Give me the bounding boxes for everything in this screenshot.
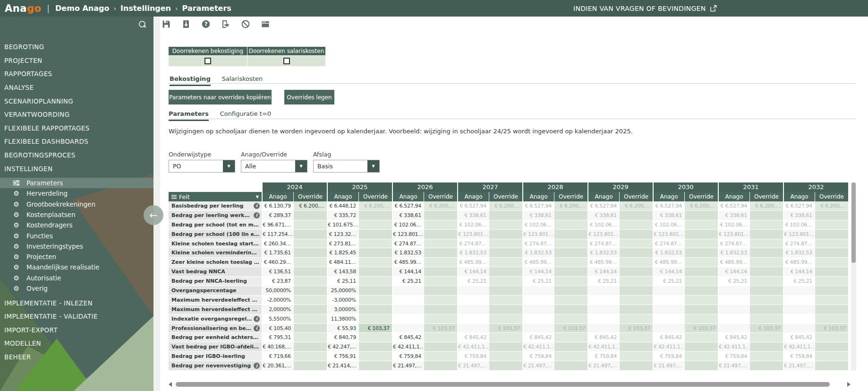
help-feedback-link[interactable]: INDIEN VAN VRAGEN OF BEVINDINGEN bbox=[573, 0, 717, 17]
cell-anago-2029[interactable] bbox=[587, 286, 619, 295]
cell-anago-2025[interactable]: € 42.247,… bbox=[327, 342, 358, 352]
cell-override-2027[interactable] bbox=[489, 211, 522, 220]
cell-anago-2030[interactable]: € 845,42 bbox=[653, 333, 684, 342]
sidebar-item-instellingen[interactable]: INSTELLINGEN bbox=[0, 162, 153, 175]
horizontal-scrollbar-track[interactable] bbox=[175, 382, 844, 387]
sidebar-item-import-export[interactable]: IMPORT-EXPORT bbox=[0, 323, 153, 337]
cell-anago-2029[interactable] bbox=[587, 314, 619, 324]
cell-override-2026[interactable] bbox=[424, 333, 457, 342]
cell-anago-2032[interactable] bbox=[783, 314, 815, 324]
cell-override-2024[interactable] bbox=[293, 333, 327, 342]
cell-override-2029[interactable]: € 6.200,… bbox=[619, 201, 653, 211]
cell-override-2025[interactable] bbox=[358, 267, 392, 277]
cell-anago-2029[interactable]: € 42.411,1… bbox=[587, 342, 619, 352]
cell-anago-2024[interactable]: 2,0000% bbox=[262, 305, 293, 314]
cell-override-2031[interactable] bbox=[749, 258, 783, 267]
cell-override-2027[interactable]: € 6.200,… bbox=[489, 201, 522, 211]
cell-anago-2028[interactable]: € 123.801… bbox=[522, 230, 554, 239]
cell-override-2024[interactable] bbox=[293, 220, 327, 230]
doorrekenen-salariskosten-checkbox[interactable] bbox=[283, 58, 290, 64]
cell-anago-2025[interactable]: € 273.81… bbox=[327, 239, 358, 249]
cell-anago-2024[interactable]: 50,0000% bbox=[262, 286, 293, 295]
cell-anago-2024[interactable]: € 289,37 bbox=[262, 211, 293, 220]
chevron-down-icon[interactable]: ▼ bbox=[295, 160, 307, 172]
chevron-down-icon[interactable]: ▼ bbox=[367, 160, 379, 172]
cell-override-2025[interactable] bbox=[358, 230, 392, 239]
cell-override-2024[interactable] bbox=[293, 361, 327, 371]
cell-override-2026[interactable]: € 6.200,… bbox=[424, 201, 457, 211]
cell-override-2031[interactable] bbox=[749, 277, 783, 286]
sidebar-item-analyse[interactable]: ANALYSE bbox=[0, 81, 153, 95]
cell-anago-2028[interactable] bbox=[522, 295, 554, 305]
cell-override-2032[interactable] bbox=[815, 239, 848, 249]
cell-anago-2031[interactable] bbox=[718, 305, 749, 314]
cell-anago-2030[interactable]: € 759,84 bbox=[653, 352, 684, 361]
cell-override-2027[interactable] bbox=[489, 295, 522, 305]
cell-anago-2030[interactable] bbox=[653, 324, 684, 333]
chevron-down-icon[interactable]: ▼ bbox=[223, 160, 235, 172]
cell-override-2029[interactable] bbox=[619, 295, 653, 305]
cell-override-2028[interactable]: € 103,37 bbox=[554, 324, 587, 333]
cell-override-2031[interactable] bbox=[749, 352, 783, 361]
cell-anago-2032[interactable]: € 42.411,1… bbox=[783, 342, 815, 352]
export-icon[interactable] bbox=[221, 19, 230, 29]
cell-override-2026[interactable] bbox=[424, 239, 457, 249]
cell-override-2031[interactable]: € 6.200,… bbox=[749, 201, 783, 211]
cell-override-2032[interactable]: € 6.200,… bbox=[815, 201, 848, 211]
cell-anago-2030[interactable]: € 6.527,94 bbox=[653, 201, 684, 211]
cell-anago-2027[interactable] bbox=[457, 324, 489, 333]
cell-override-2024[interactable] bbox=[293, 211, 327, 220]
cell-anago-2026[interactable]: € 845,42 bbox=[392, 333, 424, 342]
cell-override-2032[interactable] bbox=[815, 361, 848, 371]
cell-override-2026[interactable] bbox=[424, 361, 457, 371]
cell-anago-2029[interactable]: € 759,84 bbox=[587, 352, 619, 361]
sidebar-item-implementatie-inlezen[interactable]: IMPLEMENTATIE - INLEZEN bbox=[0, 296, 153, 310]
cell-override-2027[interactable] bbox=[489, 239, 522, 249]
cell-anago-2027[interactable] bbox=[457, 305, 489, 314]
cell-anago-2030[interactable]: € 42.411,1… bbox=[653, 342, 684, 352]
cell-override-2027[interactable] bbox=[489, 267, 522, 277]
cell-override-2026[interactable]: € 103,37 bbox=[424, 324, 457, 333]
cell-anago-2024[interactable]: € 117.254… bbox=[262, 230, 293, 239]
cell-anago-2024[interactable]: € 136,51 bbox=[262, 267, 293, 277]
cell-override-2029[interactable] bbox=[619, 286, 653, 295]
cell-override-2028[interactable]: € 6.200,… bbox=[554, 201, 587, 211]
cell-override-2025[interactable] bbox=[358, 314, 392, 324]
cell-override-2030[interactable] bbox=[684, 295, 718, 305]
sidebar-item-verantwoording[interactable]: VERANTWOORDING bbox=[0, 108, 153, 122]
cell-anago-2028[interactable]: € 485.99… bbox=[522, 258, 554, 267]
sidebar-item-scenarioplanning[interactable]: SCENARIOPLANNING bbox=[0, 94, 153, 108]
cell-anago-2025[interactable]: € 484.11… bbox=[327, 258, 358, 267]
cell-override-2029[interactable] bbox=[619, 352, 653, 361]
cell-override-2031[interactable] bbox=[749, 267, 783, 277]
cell-override-2026[interactable] bbox=[424, 230, 457, 239]
cell-anago-2024[interactable]: -2,0000% bbox=[262, 295, 293, 305]
sidebar-item-begroting[interactable]: BEGROTING bbox=[0, 40, 153, 54]
cell-anago-2025[interactable]: € 143,58 bbox=[327, 267, 358, 277]
param-row-label[interactable]: Kleine scholen verminderingsbe… bbox=[169, 248, 262, 258]
cell-anago-2026[interactable]: € 42.411,1… bbox=[392, 342, 424, 352]
cell-override-2030[interactable] bbox=[684, 220, 718, 230]
cell-override-2024[interactable] bbox=[293, 295, 327, 305]
cell-anago-2027[interactable]: € 759,84 bbox=[457, 352, 489, 361]
cell-anago-2026[interactable]: € 102.06… bbox=[392, 220, 424, 230]
cell-override-2032[interactable] bbox=[815, 220, 848, 230]
cell-override-2024[interactable] bbox=[293, 267, 327, 277]
cell-anago-2030[interactable]: € 144,14 bbox=[653, 267, 684, 277]
cell-override-2031[interactable] bbox=[749, 333, 783, 342]
cell-override-2026[interactable] bbox=[424, 342, 457, 352]
anago-logo[interactable]: Anago bbox=[5, 3, 41, 14]
cell-override-2031[interactable] bbox=[749, 361, 783, 371]
cell-override-2029[interactable] bbox=[619, 305, 653, 314]
cell-override-2026[interactable] bbox=[424, 305, 457, 314]
param-row-label[interactable]: Zeer kleine scholen toeslag start… bbox=[169, 258, 262, 267]
cell-anago-2024[interactable]: € 719,66 bbox=[262, 352, 293, 361]
param-row-label[interactable]: Kleine scholen toeslag startbedr… bbox=[169, 239, 262, 249]
cell-anago-2024[interactable]: € 795,31 bbox=[262, 333, 293, 342]
cell-anago-2031[interactable] bbox=[718, 286, 749, 295]
cell-override-2032[interactable] bbox=[815, 305, 848, 314]
sidebar-item-herverdeling[interactable]: ⚙Herverdeling bbox=[0, 188, 153, 199]
sidebar-collapse-button[interactable]: ← bbox=[144, 205, 163, 225]
cell-anago-2030[interactable] bbox=[653, 305, 684, 314]
cell-override-2026[interactable] bbox=[424, 314, 457, 324]
